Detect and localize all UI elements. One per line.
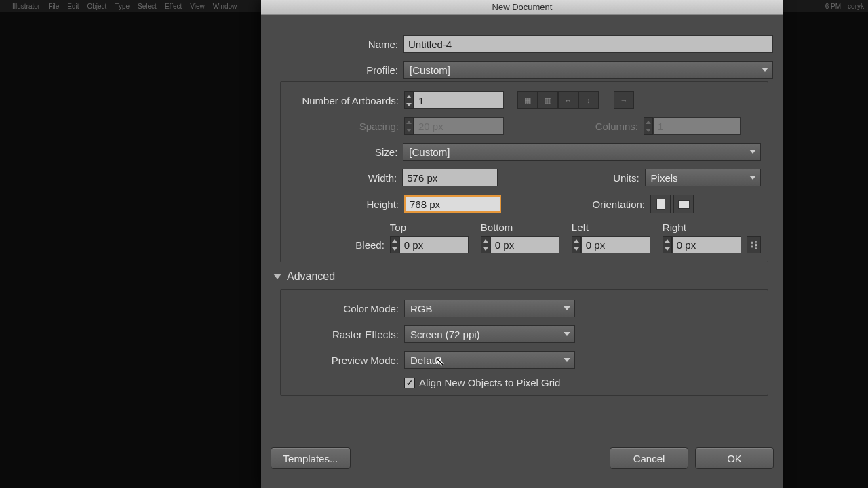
columns-stepper [644, 117, 653, 135]
bleed-right-label: Right [663, 222, 741, 233]
color-mode-label: Color Mode: [288, 303, 404, 314]
columns-input: 1 [653, 117, 741, 135]
bleed-bottom-input[interactable]: 0 px [490, 236, 559, 253]
columns-label: Columns: [504, 121, 644, 132]
menu-edit[interactable]: Edit [67, 3, 79, 10]
ok-button[interactable]: OK [695, 447, 774, 469]
orientation-landscape-button[interactable] [673, 195, 694, 214]
artboard-direction-icon[interactable]: → [614, 92, 634, 109]
bleed-bottom-stepper[interactable] [481, 236, 490, 253]
units-dropdown[interactable]: Pixels [645, 169, 761, 186]
align-pixel-grid-label: Align New Objects to Pixel Grid [419, 377, 560, 388]
orientation-portrait-button[interactable] [650, 195, 671, 214]
size-label: Size: [288, 146, 403, 158]
bleed-right-stepper[interactable] [663, 236, 672, 253]
height-label: Height: [288, 199, 404, 210]
orientation-label: Orientation: [501, 199, 650, 210]
preview-mode-dropdown[interactable]: Default [404, 351, 575, 369]
bleed-top-label: Top [390, 222, 469, 233]
menu-view[interactable]: View [190, 3, 205, 10]
advanced-toggle[interactable]: Advanced [273, 270, 774, 283]
arrange-row-icon[interactable]: ↔ [558, 92, 578, 109]
dialog-title: New Document [492, 2, 553, 12]
grid-by-col-icon[interactable]: ▥ [538, 92, 558, 109]
menu-select[interactable]: Select [138, 3, 157, 10]
height-input[interactable]: 768 px [404, 195, 501, 213]
bleed-bottom-label: Bottom [481, 222, 559, 233]
bleed-right-input[interactable]: 0 px [672, 236, 741, 253]
dialog-titlebar: New Document [261, 0, 783, 15]
bleed-top-stepper[interactable] [390, 236, 399, 253]
arrange-col-icon[interactable]: ↕ [578, 92, 599, 109]
preview-mode-label: Preview Mode: [288, 354, 404, 366]
spacing-label: Spacing: [288, 121, 404, 132]
profile-label: Profile: [271, 64, 403, 76]
advanced-label: Advanced [287, 270, 335, 283]
menu-file[interactable]: File [48, 3, 59, 10]
artboards-stepper[interactable] [404, 92, 414, 109]
grid-by-row-icon[interactable]: ▦ [517, 92, 538, 109]
width-label: Width: [288, 172, 402, 184]
cancel-button[interactable]: Cancel [610, 447, 688, 469]
artboard-layout-group: ▦ ▥ ↔ ↕ [517, 92, 599, 109]
artboards-input[interactable]: 1 [414, 92, 504, 109]
name-input[interactable]: Untitled-4 [403, 35, 773, 53]
new-document-dialog: New Document Name: Untitled-4 Profile: [… [261, 0, 783, 488]
artboards-label: Number of Artboards: [288, 95, 404, 106]
menu-object[interactable]: Object [87, 3, 106, 10]
width-input[interactable]: 576 px [402, 169, 498, 186]
menu-window[interactable]: Window [213, 3, 237, 10]
size-dropdown[interactable]: [Custom] [403, 143, 761, 161]
raster-effects-label: Raster Effects: [288, 329, 404, 340]
menu-type[interactable]: Type [115, 3, 130, 10]
triangle-down-icon [273, 274, 281, 279]
user-name: coryk [848, 3, 864, 10]
bleed-label: Bleed: [288, 239, 390, 253]
menu-effect[interactable]: Effect [165, 3, 182, 10]
bleed-top-input[interactable]: 0 px [399, 236, 469, 253]
app-name: Illustrator [12, 3, 40, 10]
name-label: Name: [271, 39, 403, 50]
bleed-left-stepper[interactable] [572, 236, 581, 253]
bleed-link-icon[interactable]: ⛓ [747, 236, 761, 253]
align-pixel-grid-checkbox[interactable]: ✓ [404, 378, 415, 388]
color-mode-dropdown[interactable]: RGB [404, 300, 575, 317]
bleed-left-label: Left [572, 222, 650, 233]
profile-dropdown[interactable]: [Custom] [403, 61, 773, 79]
clock: 6 PM [825, 3, 841, 10]
bleed-left-input[interactable]: 0 px [581, 236, 650, 253]
spacing-input: 20 px [414, 117, 504, 135]
units-label: Units: [498, 172, 644, 184]
spacing-stepper [404, 117, 414, 135]
templates-button[interactable]: Templates... [271, 447, 351, 469]
raster-effects-dropdown[interactable]: Screen (72 ppi) [404, 325, 575, 343]
